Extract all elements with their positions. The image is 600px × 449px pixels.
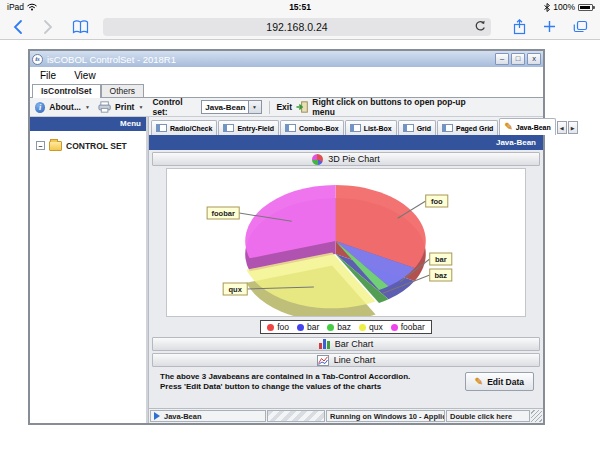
callout-label: baz xyxy=(434,271,447,280)
browser-toolbar: 192.168.0.24 xyxy=(0,14,600,40)
content-tab-combo-box[interactable]: Combo-Box xyxy=(280,120,344,135)
panel-title-bar: Java-Bean xyxy=(149,135,543,150)
legend-item-foo: foo xyxy=(267,322,289,332)
toolbar: i About... ▼ Print ▼ Control set: Java-B… xyxy=(30,98,543,117)
legend-item-bar: bar xyxy=(297,322,319,332)
control-icon xyxy=(403,124,414,132)
app-icon: is xyxy=(32,54,43,65)
control-set-value: Java-Bean xyxy=(202,101,247,113)
exit-button[interactable]: Exit xyxy=(276,102,292,112)
main-pane: Radio/CheckEntry-FieldCombo-BoxList-BoxG… xyxy=(148,117,543,423)
accordion-line-label: Line Chart xyxy=(334,355,376,365)
screen: iPad 15:51 100% 192.168.0.24 xyxy=(0,0,600,449)
print-button[interactable]: Print xyxy=(115,102,134,112)
tabs-icon[interactable] xyxy=(573,20,588,34)
content-tab-label: List-Box xyxy=(364,125,392,132)
callout-label: foo xyxy=(431,197,443,206)
url-text: 192.168.0.24 xyxy=(266,21,327,33)
forward-button[interactable] xyxy=(42,19,54,35)
print-dropdown-icon[interactable]: ▼ xyxy=(138,104,143,110)
callout-label: qux xyxy=(229,285,243,294)
toolbar-hint: Right click on buttons to open pop-up me… xyxy=(312,97,480,117)
folder-icon xyxy=(49,141,62,151)
content-tab-list-box[interactable]: List-Box xyxy=(345,120,397,135)
menu-file[interactable]: File xyxy=(40,70,56,81)
window-titlebar[interactable]: is isCOBOL ControlSet - 2018R1 – □ x xyxy=(30,51,543,67)
ios-status-bar: iPad 15:51 100% xyxy=(0,0,600,14)
refresh-icon[interactable] xyxy=(474,20,486,35)
content-tab-label: Paged Grid xyxy=(456,125,493,132)
content-tab-entry-field[interactable]: Entry-Field xyxy=(218,120,279,135)
control-icon xyxy=(285,124,296,132)
about-button[interactable]: About... xyxy=(49,102,81,112)
pencil-icon: ✎ xyxy=(475,377,483,387)
chevron-down-icon: ▼ xyxy=(248,101,261,113)
legend-label: qux xyxy=(369,322,383,332)
content-tab-label: Java-Bean xyxy=(516,124,551,131)
about-dropdown-icon[interactable]: ▼ xyxy=(85,104,90,110)
control-icon xyxy=(442,124,453,132)
status-cell-left: Java-Bean xyxy=(150,410,266,422)
tab-scroll-left-button[interactable]: ◀ xyxy=(557,121,567,134)
menu-view[interactable]: View xyxy=(74,70,96,81)
status-left-text: Java-Bean xyxy=(164,412,202,421)
printer-icon xyxy=(98,101,111,113)
accordion-pie-header[interactable]: 3D Pie Chart xyxy=(152,152,540,166)
callout-label: foobar xyxy=(211,209,234,218)
close-button[interactable]: x xyxy=(527,53,541,65)
play-icon xyxy=(154,412,160,420)
bookmarks-icon[interactable] xyxy=(72,20,89,34)
resize-grip[interactable] xyxy=(531,410,542,422)
edit-data-label: Edit Data xyxy=(487,377,524,387)
legend-dot xyxy=(391,324,398,331)
tree-root-label: CONTROL SET xyxy=(66,141,127,151)
legend-dot xyxy=(327,324,334,331)
accordion-bar-header[interactable]: Bar Chart xyxy=(152,337,540,351)
exit-icon xyxy=(296,101,308,113)
content-tab-grid[interactable]: Grid xyxy=(398,120,436,135)
content-tabstrip: Radio/CheckEntry-FieldCombo-BoxList-BoxG… xyxy=(149,117,543,135)
edit-data-button[interactable]: ✎ Edit Data xyxy=(465,372,534,391)
tab-others[interactable]: Others xyxy=(101,84,145,97)
content-tab-java-bean[interactable]: ✎Java-Bean xyxy=(499,118,555,135)
maximize-button[interactable]: □ xyxy=(511,53,525,65)
back-button[interactable] xyxy=(12,19,24,35)
accordion-line-header[interactable]: Line Chart xyxy=(152,353,540,367)
legend-label: foobar xyxy=(401,322,425,332)
accordion-pie-label: 3D Pie Chart xyxy=(328,154,380,164)
control-set-select[interactable]: Java-Bean ▼ xyxy=(201,100,261,114)
pie-chart-svg: foobarbazquxfoobar xyxy=(167,169,525,316)
content-tab-label: Entry-Field xyxy=(237,125,274,132)
control-icon xyxy=(223,124,234,132)
content-tab-radio-check[interactable]: Radio/Check xyxy=(151,120,217,135)
content-tab-paged-grid[interactable]: Paged Grid xyxy=(437,120,498,135)
javabean-panel: 3D Pie Chart foobarbazquxfoobar foobarba… xyxy=(149,150,543,408)
tree-root[interactable]: – CONTROL SET xyxy=(30,136,146,155)
chart-legend: foobarbazquxfoobar xyxy=(260,320,432,334)
legend-dot xyxy=(359,324,366,331)
bar-chart-icon xyxy=(319,339,330,349)
collapse-icon[interactable]: – xyxy=(36,141,45,150)
minimize-button[interactable]: – xyxy=(495,53,509,65)
window-tab-bar: IsControlSet Others xyxy=(30,83,543,98)
legend-dot xyxy=(267,324,274,331)
tab-scroll-right-button[interactable]: ▶ xyxy=(568,121,578,134)
tab-iscontrolset[interactable]: IsControlSet xyxy=(32,84,101,98)
toolbar-divider xyxy=(269,101,270,114)
status-cell-right[interactable]: Double click here xyxy=(446,410,530,422)
sidebar: Menu – CONTROL SET xyxy=(30,117,148,423)
clock: 15:51 xyxy=(0,2,600,12)
app-window: is isCOBOL ControlSet - 2018R1 – □ x Fil… xyxy=(28,49,545,425)
control-set-tree: – CONTROL SET xyxy=(30,131,146,423)
content-tab-label: Combo-Box xyxy=(299,125,339,132)
sidebar-header[interactable]: Menu xyxy=(30,117,146,131)
pencil-icon: ✎ xyxy=(504,122,512,132)
control-set-label: Control set: xyxy=(152,97,197,117)
legend-item-qux: qux xyxy=(359,322,383,332)
address-bar[interactable]: 192.168.0.24 xyxy=(103,18,491,36)
footer-note: The above 3 Javabeans are contained in a… xyxy=(160,372,415,393)
new-tab-icon[interactable] xyxy=(543,20,556,33)
share-icon[interactable] xyxy=(513,19,526,35)
legend-label: foo xyxy=(277,322,289,332)
battery-percent: 100% xyxy=(553,2,575,12)
